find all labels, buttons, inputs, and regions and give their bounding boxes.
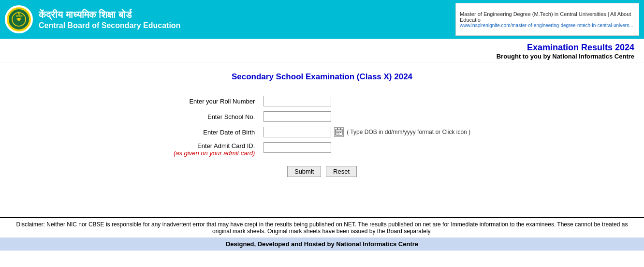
- roll-number-row: Enter your Roll Number: [170, 93, 474, 109]
- submit-button[interactable]: Submit: [287, 166, 321, 177]
- roll-number-cell: [260, 93, 474, 109]
- roll-number-input[interactable]: [263, 96, 331, 106]
- dob-row: Enter Date of Birth: [170, 124, 474, 140]
- roll-number-label: Enter your Roll Number: [170, 93, 260, 109]
- ad-line1: Master of Engineering Degree (M.Tech) in…: [460, 11, 635, 23]
- svg-rect-10: [337, 132, 337, 133]
- nic-subtitle: Brought to you by National Informatics C…: [10, 53, 634, 60]
- svg-rect-11: [338, 132, 339, 133]
- ad-banner[interactable]: Master of Engineering Degree (M.Tech) in…: [455, 3, 639, 36]
- admit-card-note: (as given on your admit card): [174, 149, 255, 157]
- cbse-logo: सत्यमेव जयते: [5, 5, 33, 33]
- school-no-label: Enter School No.: [170, 109, 260, 124]
- logo-inner: सत्यमेव जयते: [7, 7, 31, 31]
- svg-rect-14: [338, 134, 339, 134]
- english-title: Central Board of Secondary Education: [39, 21, 180, 30]
- svg-rect-13: [337, 134, 337, 134]
- reset-button[interactable]: Reset: [326, 166, 357, 177]
- svg-rect-12: [340, 132, 341, 133]
- school-no-cell: [260, 109, 474, 124]
- school-no-input[interactable]: [263, 111, 331, 122]
- dob-label: Enter Date of Birth: [170, 124, 260, 140]
- hindi-title: केंद्रीय माध्यमिक शिक्षा बोर्ड: [39, 9, 180, 20]
- disclaimer-text: Disclaimer: Neither NIC nor CBSE is resp…: [16, 221, 628, 235]
- admit-card-input[interactable]: [263, 142, 331, 153]
- dob-input[interactable]: [263, 127, 331, 137]
- entry-form: Enter your Roll Number Enter School No. …: [170, 93, 474, 159]
- admit-card-label: Enter Admit Card ID. (as given on your a…: [170, 140, 260, 159]
- exam-heading: Secondary School Examination (Class X) 2…: [19, 72, 625, 82]
- admit-card-row: Enter Admit Card ID. (as given on your a…: [170, 140, 474, 159]
- dob-cell: ( Type DOB in dd/mm/yyyy format or Click…: [260, 124, 474, 140]
- svg-point-5: [17, 18, 20, 21]
- dob-hint: ( Type DOB in dd/mm/yyyy format or Click…: [347, 129, 470, 135]
- page-header: सत्यमेव जयते केंद्रीय माध्यमिक शिक्षा बो…: [0, 0, 644, 39]
- footer-bar: Designed, Developed and Hosted by Nation…: [0, 237, 644, 251]
- disclaimer-bar: Disclaimer: Neither NIC nor CBSE is resp…: [0, 217, 644, 237]
- school-no-row: Enter School No.: [170, 109, 474, 124]
- admit-card-cell: [260, 140, 474, 159]
- header-text: केंद्रीय माध्यमिक शिक्षा बोर्ड Central B…: [39, 9, 180, 30]
- ad-link[interactable]: www.inspirenignite.com/master-of-enginee…: [460, 23, 635, 28]
- buttons-row: Submit Reset: [19, 166, 625, 177]
- calendar-icon[interactable]: [334, 127, 344, 137]
- main-content: Secondary School Examination (Class X) 2…: [0, 62, 644, 217]
- results-title-bar: Examination Results 2024 Brought to you …: [0, 39, 644, 62]
- exam-title: Examination Results 2024: [10, 43, 634, 53]
- footer-text: Designed, Developed and Hosted by Nation…: [226, 240, 418, 248]
